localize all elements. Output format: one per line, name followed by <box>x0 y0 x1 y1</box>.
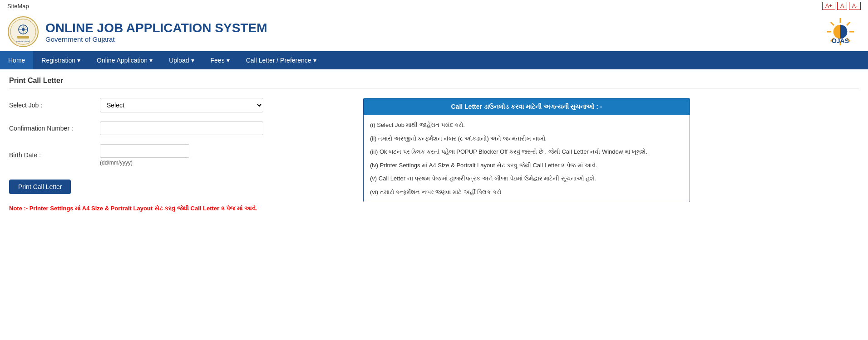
page-content: Print Call Letter Select Job : Select Co… <box>0 69 868 219</box>
select-job-row: Select Job : Select <box>9 98 354 112</box>
chevron-down-icon-3: ▾ <box>191 57 194 64</box>
note-text: Note :- Printer Settings માં A4 Size & P… <box>9 205 354 212</box>
info-item-3: (iii) Ok બટન પર ક્લિક કરતાં પહેલા POPUP … <box>370 147 683 156</box>
form-section: Select Job : Select Confirmation Number … <box>9 98 354 212</box>
info-box-body: (i) Select Job માથી જાહેરાત પસંદ કરો. (i… <box>364 115 690 202</box>
info-section: Call Letter ડાઉનલોડ કરવા માટેની અગત્યની … <box>363 98 690 212</box>
nav-call-letter[interactable]: Call Letter / Preference ▾ <box>238 51 325 69</box>
svg-line-11 <box>847 22 850 25</box>
info-box: Call Letter ડાઉનલોડ કરવા માટેની અગત્યની … <box>363 98 690 202</box>
top-bar: SiteMap A+ A A- <box>0 0 868 12</box>
font-decrease-button[interactable]: A- <box>849 2 861 10</box>
info-item-4: (iv) Printer Settings માં A4 Size & Port… <box>370 161 683 170</box>
page-title: Print Call Letter <box>9 77 859 89</box>
birth-date-label: Birth Date : <box>9 151 100 159</box>
nav-fees-label: Fees <box>211 57 225 64</box>
nav-upload[interactable]: Upload ▾ <box>161 51 202 69</box>
ojas-logo: OJAS <box>820 16 861 48</box>
header-left: સત્યયવ જયતે ONLINE JOB APPLICATION SYSTE… <box>7 16 267 48</box>
svg-rect-8 <box>17 36 29 39</box>
chevron-down-icon-5: ▾ <box>313 57 316 64</box>
info-box-header: Call Letter ડાઉનલોડ કરવા માટેની અગત્યની … <box>364 98 690 115</box>
svg-text:સત્યયવ જયતે: સત્યયવ જયતે <box>16 40 30 43</box>
info-item-2: (ii) તમારો અરજીનો કન્ફર્મેશન નંબર (૮ આંક… <box>370 134 683 143</box>
site-title: ONLINE JOB APPLICATION SYSTEM Government… <box>45 21 267 43</box>
font-normal-button[interactable]: A <box>837 2 847 10</box>
main-navbar: Home Registration ▾ Online Application ▾… <box>0 51 868 69</box>
main-layout: Select Job : Select Confirmation Number … <box>9 98 859 212</box>
font-increase-button[interactable]: A+ <box>822 2 835 10</box>
chevron-down-icon: ▾ <box>77 57 80 64</box>
svg-line-17 <box>831 22 834 25</box>
chevron-down-icon-2: ▾ <box>149 57 153 64</box>
nav-online-application[interactable]: Online Application ▾ <box>89 51 161 69</box>
sitemap-link[interactable]: SiteMap <box>7 3 29 10</box>
nav-home[interactable]: Home <box>0 51 33 69</box>
govt-emblem: સત્યયવ જયતે <box>7 16 39 48</box>
date-hint: (dd/mm/yyyy) <box>100 160 189 166</box>
font-size-controls: A+ A A- <box>822 2 861 10</box>
info-item-5: (v) Call Letter ના પ્રથમ પેજ માં હાજરીપત… <box>370 174 683 183</box>
info-item-1: (i) Select Job માથી જાહેરાત પસંદ કરો. <box>370 121 683 130</box>
svg-text:OJAS: OJAS <box>832 37 849 44</box>
nav-online-application-label: Online Application <box>97 57 148 64</box>
birth-date-input[interactable] <box>100 144 189 158</box>
nav-fees[interactable]: Fees ▾ <box>202 51 238 69</box>
subtitle: Government of Gujarat <box>45 35 267 43</box>
main-title: ONLINE JOB APPLICATION SYSTEM <box>45 21 267 35</box>
nav-registration-label: Registration <box>41 57 75 64</box>
chevron-down-icon-4: ▾ <box>227 57 230 64</box>
select-job-dropdown[interactable]: Select <box>100 98 263 112</box>
birth-date-row: Birth Date : (dd/mm/yyyy) <box>9 144 354 166</box>
info-item-6: (vi) તમારો કન્ફર્મેશન નબર જણવા માટે અહીઁ… <box>370 188 683 197</box>
nav-upload-label: Upload <box>169 57 189 64</box>
confirmation-number-row: Confirmation Number : <box>9 121 354 135</box>
select-job-label: Select Job : <box>9 102 100 109</box>
nav-registration[interactable]: Registration ▾ <box>33 51 89 69</box>
birth-date-wrapper: (dd/mm/yyyy) <box>100 144 189 166</box>
nav-call-letter-label: Call Letter / Preference <box>246 57 311 64</box>
nav-home-label: Home <box>8 57 25 64</box>
print-call-letter-button[interactable]: Print Call Letter <box>9 180 71 194</box>
confirmation-input[interactable] <box>100 121 263 135</box>
site-header: સત્યયવ જયતે ONLINE JOB APPLICATION SYSTE… <box>0 12 868 51</box>
confirmation-label: Confirmation Number : <box>9 125 100 132</box>
